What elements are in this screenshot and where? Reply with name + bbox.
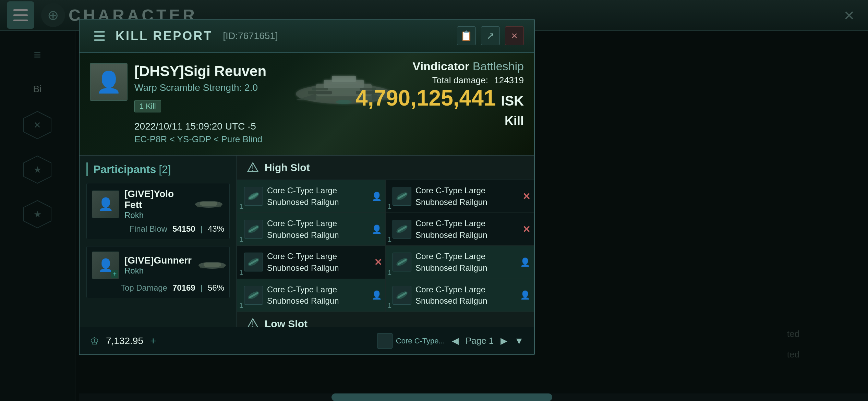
footer-slot-text: Core C-Type...: [396, 337, 445, 345]
modal-menu-button[interactable]: [90, 26, 109, 45]
slot-indicator-5: ✕: [374, 256, 382, 268]
slot-indicator-2: ✕: [522, 191, 530, 202]
participant-1-ship: Rokh: [124, 210, 188, 220]
slot-item-1: 1 Core C-Type LargeSnubnosed Railgun 👤: [237, 180, 386, 213]
modal-export-button[interactable]: ↗: [481, 26, 500, 45]
participants-header: Participants [2]: [86, 162, 230, 176]
slot-icon-8: [393, 286, 411, 305]
participant-2-ship: Rokh: [124, 266, 192, 276]
svg-rect-17: [216, 205, 221, 207]
isk-label: ISK: [501, 93, 524, 109]
slot-num-7: 1: [239, 302, 243, 309]
slot-icon-2: [393, 187, 411, 206]
footer-page-num: Page 1: [466, 336, 494, 346]
isk-row: 4,790,125,441 ISK: [355, 87, 524, 110]
slot-item-3: 1 Core C-Type LargeSnubnosed Railgun 👤: [237, 213, 386, 246]
participant-1-stats: Final Blow 54150 | 43%: [92, 224, 224, 234]
slot-item-name-3: Core C-Type LargeSnubnosed Railgun: [267, 218, 339, 241]
slot-icon-3: [244, 220, 263, 239]
participant-1-info: [GIVE]Yolo Fett Rokh: [124, 189, 188, 220]
participant-2-stats: Top Damage 70169 | 56%: [92, 283, 224, 293]
slot-icon-7: [244, 286, 263, 305]
victim-avatar: [90, 63, 128, 101]
slot-icon-6: [393, 253, 411, 271]
slot-indicator-8: 👤: [520, 290, 530, 300]
slot-item-6: 1 Core C-Type LargeSnubnosed Railgun 👤: [386, 246, 534, 279]
modal-header-icons: 📋 ↗ ×: [457, 26, 524, 45]
scrollbar-track[interactable]: [79, 393, 868, 401]
slot-item-name-1: Core C-Type LargeSnubnosed Railgun: [267, 185, 339, 208]
modal-id: [ID:7671651]: [223, 31, 278, 41]
participant-1-avatar: 👤: [92, 191, 119, 218]
participant-2-plus-badge: +: [111, 270, 118, 278]
modal-title: KILL REPORT: [116, 29, 213, 43]
slot-num-3: 1: [239, 235, 243, 243]
participants-count: [2]: [159, 163, 171, 176]
slot-indicator-6: 👤: [520, 257, 530, 267]
low-slot-header: Low Slot: [237, 312, 534, 327]
svg-point-44: [252, 326, 253, 327]
high-slot-icon: [246, 161, 260, 174]
participant-item-2: 👤 + [GIVE]Gunnerr Rokh: [86, 246, 230, 298]
slot-item-name-4: Core C-Type LargeSnubnosed Railgun: [415, 218, 487, 241]
slot-num-8: 1: [388, 302, 391, 309]
participant-1-ship-img: [193, 196, 224, 213]
modal-header: KILL REPORT [ID:7671651] 📋 ↗ ×: [80, 20, 534, 53]
participant-2-avatar: 👤 +: [92, 252, 119, 279]
participant-2-info: [GIVE]Gunnerr Rokh: [124, 255, 192, 276]
slot-indicator-4: ✕: [522, 223, 530, 235]
slot-num-1: 1: [239, 203, 243, 210]
victim-kill-count: 1 Kill: [134, 100, 161, 112]
modal-footer: ♔ 7,132.95 + Core C-Type... ◀ Page 1 ▶ ▼: [80, 327, 534, 354]
slot-item-name-6: Core C-Type LargeSnubnosed Railgun: [415, 251, 487, 274]
footer-value: 7,132.95: [106, 336, 143, 347]
footer-page-next[interactable]: ▶: [501, 336, 507, 346]
svg-point-13: [336, 100, 352, 104]
svg-rect-20: [200, 266, 205, 268]
kill-location: EC-P8R < YS-GDP < Pure Blind: [134, 134, 524, 145]
slot-item-2: 1 Core C-Type LargeSnubnosed Railgun ✕: [386, 180, 534, 213]
scrollbar-thumb[interactable]: [331, 393, 553, 401]
svg-rect-21: [219, 266, 224, 268]
footer-filter-icon[interactable]: ▼: [514, 336, 524, 347]
slot-grid-high: 1 Core C-Type LargeSnubnosed Railgun 👤: [237, 180, 534, 312]
equipment-panel: High Slot 1 Core C-Type LargeSnubnosed R…: [237, 156, 534, 327]
svg-rect-9: [312, 88, 328, 90]
slot-indicator-1: 👤: [372, 192, 382, 201]
ship-type: Vindicator Battleship: [355, 60, 524, 73]
slot-icon-5: [244, 253, 263, 271]
svg-rect-15: [200, 202, 217, 206]
svg-rect-19: [204, 263, 221, 267]
slot-num-2: 1: [388, 203, 391, 210]
kill-report-modal: KILL REPORT [ID:7671651] 📋 ↗ × [DHSY]Sig…: [79, 19, 535, 355]
kill-stats: Vindicator Battleship Total damage: 1243…: [355, 60, 524, 128]
svg-rect-7: [308, 91, 332, 94]
low-slot-title: Low Slot: [265, 318, 308, 327]
participants-bar-accent: [86, 162, 88, 176]
total-damage-row: Total damage: 124319: [355, 75, 524, 86]
modal-close-button[interactable]: ×: [505, 26, 524, 45]
slot-item-name-8: Core C-Type LargeSnubnosed Railgun: [415, 284, 487, 307]
svg-rect-6: [332, 76, 356, 82]
participant-1-top: 👤 [GIVE]Yolo Fett Rokh: [92, 189, 224, 220]
footer-page-label: ◀: [452, 336, 459, 346]
slot-item-8: 1 Core C-Type LargeSnubnosed Railgun 👤: [386, 279, 534, 312]
slot-icon-4: [393, 220, 411, 239]
footer-add-button[interactable]: +: [150, 335, 156, 347]
slot-item-name-7: Core C-Type LargeSnubnosed Railgun: [267, 284, 339, 307]
low-slot-icon: [246, 317, 260, 327]
slot-indicator-7: 👤: [372, 290, 382, 300]
footer-slot-icon: [377, 333, 393, 349]
slot-item-name-2: Core C-Type LargeSnubnosed Railgun: [415, 185, 487, 208]
modal-copy-button[interactable]: 📋: [457, 26, 476, 45]
kill-info-section: [DHSY]Sigi Reuven Warp Scramble Strength…: [80, 53, 534, 156]
isk-value: 4,790,125,441: [355, 87, 496, 109]
participant-2-ship-img: [197, 257, 228, 274]
participant-2-top: 👤 + [GIVE]Gunnerr Rokh: [92, 252, 224, 279]
victim-portrait: [91, 64, 127, 100]
svg-point-24: [252, 170, 253, 171]
footer-low-slot-preview: Core C-Type...: [377, 333, 445, 349]
svg-rect-16: [197, 205, 202, 207]
modal-body: Participants [2] 👤 [GIVE]Yolo Fett Rokh: [80, 156, 534, 327]
slot-item-7: 1 Core C-Type LargeSnubnosed Railgun 👤: [237, 279, 386, 312]
